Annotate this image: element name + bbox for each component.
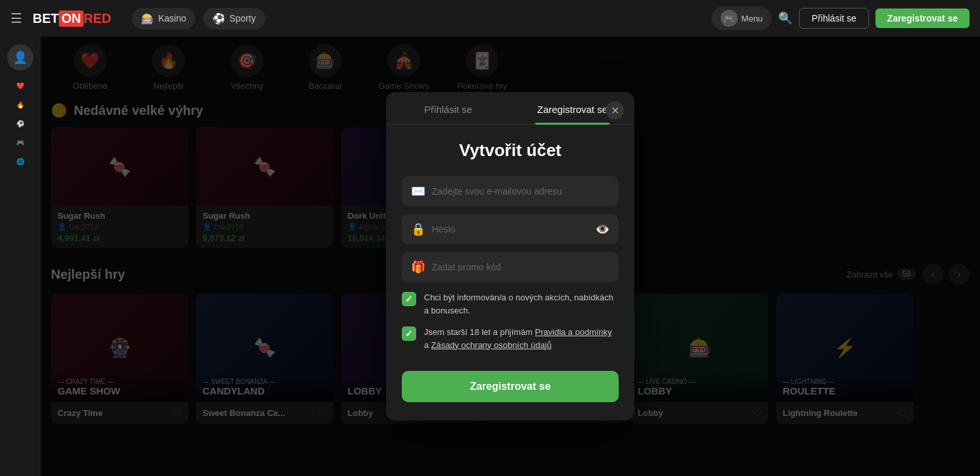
sidebar-item-globe[interactable]: 🌐	[16, 158, 24, 165]
search-icon[interactable]: 🔍	[778, 11, 792, 25]
sidebar-item-favorites[interactable]: ❤️	[16, 82, 24, 89]
terms-label: Jsem starší 18 let a přijímám Pravidla a…	[424, 326, 619, 351]
modal-overlay[interactable]: Přihlásit se Zaregistrovat se ✕ Vytvořit…	[41, 37, 980, 476]
logo-bet: BET	[33, 11, 59, 26]
user-menu-button[interactable]: 🎮 Menu	[711, 7, 772, 30]
register-button[interactable]: Zaregistrovat se	[875, 8, 970, 28]
login-button[interactable]: Přihlásit se	[799, 8, 868, 29]
privacy-link[interactable]: Zásady ochrany osobních údajů	[431, 340, 551, 350]
sports-icon: ⚽	[16, 120, 24, 127]
sidebar-item-games[interactable]: 🎮	[16, 139, 24, 146]
email-icon: ✉️	[411, 184, 425, 198]
main-content: ❤️ Oblíbené 🔥 Nejlepší 🎯 Všechny 🎰 Bacca…	[41, 37, 980, 476]
password-input-group[interactable]: 🔒 👁️	[402, 214, 619, 244]
gift-icon: 🎁	[411, 260, 425, 274]
modal-title: Vytvořit účet	[386, 140, 634, 161]
modal-close-button[interactable]: ✕	[606, 101, 624, 119]
fire-icon: 🔥	[16, 101, 24, 108]
globe-icon: 🌐	[16, 158, 24, 165]
user-menu-label: Menu	[742, 14, 763, 24]
password-field[interactable]	[432, 224, 589, 234]
sidebar-avatar[interactable]: 👤	[7, 44, 33, 71]
main-layout: 👤 ❤️ 🔥 ⚽ 🎮 🌐 ❤️ Oblíbené 🔥 Nejlepší	[0, 37, 980, 476]
nav-right-area: 🎮 Menu 🔍 Přihlásit se Zaregistrovat se	[711, 7, 970, 30]
registration-modal: Přihlásit se Zaregistrovat se ✕ Vytvořit…	[386, 92, 634, 420]
heart-icon: ❤️	[16, 82, 24, 89]
modal-body: ✉️ 🔒 👁️ 🎁	[386, 176, 634, 402]
top-navigation: ☰ BET ON RED 🎰 Kasino ⚽ Sporty 🎮 Menu 🔍 …	[0, 0, 980, 37]
terms-checkbox-row: Jsem starší 18 let a přijímám Pravidla a…	[402, 326, 619, 351]
newsletter-checkbox[interactable]	[402, 292, 416, 306]
modal-tabs: Přihlásit se Zaregistrovat se ✕	[386, 92, 634, 125]
kasino-nav-button[interactable]: 🎰 Kasino	[132, 8, 195, 29]
promo-field[interactable]	[432, 262, 610, 272]
email-input-group[interactable]: ✉️	[402, 176, 619, 206]
sidebar: 👤 ❤️ 🔥 ⚽ 🎮 🌐	[0, 37, 41, 476]
terms-checkbox[interactable]	[402, 326, 416, 341]
sporty-icon: ⚽	[212, 12, 225, 25]
lock-icon: 🔒	[411, 222, 425, 236]
menu-icon[interactable]: ☰	[10, 10, 22, 26]
games-icon: 🎮	[16, 139, 24, 146]
tab-login[interactable]: Přihlásit se	[386, 92, 510, 124]
kasino-icon: 🎰	[141, 12, 154, 25]
sporty-nav-button[interactable]: ⚽ Sporty	[203, 8, 265, 29]
email-field[interactable]	[432, 186, 610, 197]
sidebar-item-sports[interactable]: ⚽	[16, 120, 24, 127]
logo-red: RED	[84, 11, 111, 26]
newsletter-checkbox-row: Chci být informován/a o nových akcích, n…	[402, 291, 619, 317]
user-avatar: 🎮	[721, 10, 738, 27]
eye-toggle-icon[interactable]: 👁️	[595, 222, 610, 236]
logo[interactable]: BET ON RED	[33, 10, 111, 27]
terms-link[interactable]: Pravidla a podmínky	[535, 327, 612, 337]
promo-input-group[interactable]: 🎁	[402, 252, 619, 282]
register-modal-button[interactable]: Zaregistrovat se	[402, 371, 619, 402]
newsletter-label: Chci být informován/a o nových akcích, n…	[424, 291, 619, 317]
sidebar-item-fire[interactable]: 🔥	[16, 101, 24, 108]
logo-on: ON	[59, 10, 84, 27]
